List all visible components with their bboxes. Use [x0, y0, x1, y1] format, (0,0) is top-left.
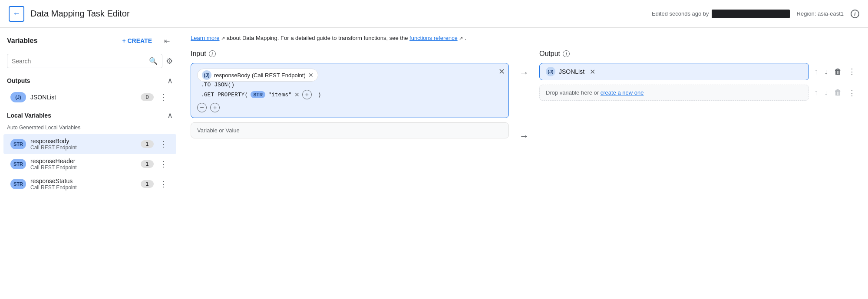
app-header: ← Data Mapping Task Editor Edited second…: [0, 0, 868, 28]
add-expression-button[interactable]: +: [210, 103, 220, 112]
delete-output-button[interactable]: 🗑: [832, 66, 844, 78]
create-button[interactable]: + CREATE: [119, 36, 155, 46]
expr-bottom-buttons: − +: [197, 103, 502, 112]
var-info-responsebody: responseBody Call REST Endpoint: [30, 138, 136, 151]
expr-chip-responsebody[interactable]: (J) responseBody (Call REST Endpoint) ✕: [197, 69, 318, 82]
info-icon[interactable]: i: [851, 10, 859, 18]
var-type-badge-j: (J): [10, 92, 26, 102]
var-source-responseheader: Call REST Endpoint: [30, 164, 136, 171]
chip-type-badge: (J): [202, 70, 211, 80]
drop-zone[interactable]: Drop variable here or create a new one: [539, 85, 809, 101]
var-type-badge-str-0: STR: [10, 139, 26, 149]
output-col-header: Output i: [539, 50, 858, 58]
drop-more-button[interactable]: ⋮: [846, 86, 858, 99]
var-count-responsestatus: 1: [141, 180, 154, 188]
more-menu-responsebody[interactable]: ⋮: [158, 138, 169, 150]
local-variables-section-title: Local Variables: [7, 112, 51, 119]
var-info-responsestatus: responseStatus Call REST Endpoint: [30, 177, 136, 191]
drop-zone-text: Drop variable here or: [546, 89, 601, 96]
info-end-text: .: [465, 35, 466, 41]
output-info-icon[interactable]: i: [563, 50, 570, 57]
output-type-badge: (J): [546, 67, 555, 76]
drop-move-down-button[interactable]: ↓: [822, 86, 830, 99]
var-name-jsonlist: JSONList: [30, 94, 136, 101]
var-name-responseheader: responseHeader: [30, 158, 136, 164]
move-up-button[interactable]: ↑: [812, 66, 820, 78]
output-actions-2: ↑ ↓ 🗑 ⋮: [812, 86, 858, 99]
main-layout: Variables + CREATE ⇤ 🔍 ⚙ Outputs ∧ (J) J…: [0, 28, 868, 299]
header-right: Edited seconds ago by Region: asia-east1…: [652, 10, 859, 18]
input-col-header: Input i: [191, 50, 509, 58]
arrow-col: → →: [519, 50, 529, 142]
add-property-button[interactable]: +: [302, 90, 312, 99]
output-chip-close-icon[interactable]: ✕: [590, 68, 595, 76]
var-name-responsebody: responseBody: [30, 138, 136, 145]
more-menu-responsestatus[interactable]: ⋮: [158, 178, 169, 190]
output-chip-jsonlist: (J) JSONList ✕: [539, 63, 809, 80]
sidebar: Variables + CREATE ⇤ 🔍 ⚙ Outputs ∧ (J) J…: [0, 28, 180, 299]
page-title: Data Mapping Task Editor: [30, 9, 130, 19]
quoted-value: "items": [268, 92, 292, 98]
more-menu-responseheader[interactable]: ⋮: [158, 158, 169, 170]
edited-text: Edited seconds ago by: [652, 10, 709, 17]
search-container: 🔍 ⚙: [0, 50, 180, 72]
var-info-responseheader: responseHeader Call REST Endpoint: [30, 158, 136, 171]
search-input[interactable]: [12, 58, 149, 65]
output-col: Output i (J) JSONList ✕ ↑ ↓ 🗑 ⋮: [539, 50, 858, 105]
input-col: Input i ✕ (J) responseBody (Call REST En…: [191, 50, 509, 138]
input-info-icon[interactable]: i: [209, 50, 216, 57]
output-row-1: (J) JSONList ✕ ↑ ↓ 🗑 ⋮: [539, 63, 858, 80]
var-item-responsestatus[interactable]: STR responseStatus Call REST Endpoint 1 …: [3, 174, 176, 194]
info-mid-text: about Data Mapping. For a detailed guide…: [227, 35, 409, 41]
expr-row-2: .GET_PROPERTY( STR "items" ✕ + ): [197, 90, 502, 99]
sidebar-actions: + CREATE ⇤: [119, 35, 173, 47]
items-chip-close[interactable]: ✕: [294, 92, 300, 98]
user-redacted: [712, 10, 790, 18]
output-label: Output: [539, 50, 560, 58]
drop-move-up-button[interactable]: ↑: [812, 86, 820, 99]
output-row-2: Drop variable here or create a new one ↑…: [539, 85, 858, 101]
expr-row-1: (J) responseBody (Call REST Endpoint) ✕: [197, 69, 502, 82]
output-more-button[interactable]: ⋮: [846, 65, 858, 78]
expression-box: ✕ (J) responseBody (Call REST Endpoint) …: [191, 63, 509, 118]
header-left: ← Data Mapping Task Editor: [9, 6, 130, 22]
var-item-jsonlist[interactable]: (J) JSONList 0 ⋮: [3, 88, 176, 106]
outputs-section-header: Outputs ∧: [0, 72, 180, 88]
var-name-responsestatus: responseStatus: [30, 177, 136, 184]
local-variables-collapse-icon[interactable]: ∧: [167, 111, 173, 120]
drop-delete-button[interactable]: 🗑: [832, 86, 844, 99]
var-info-jsonlist: JSONList: [30, 94, 136, 101]
filter-icon[interactable]: ⚙: [166, 56, 173, 66]
var-value-input[interactable]: Variable or Value: [191, 122, 509, 138]
expr-method-tojson: .TO_JSON(): [197, 82, 502, 88]
remove-expression-button[interactable]: −: [197, 103, 207, 112]
chip-label: responseBody (Call REST Endpoint): [214, 72, 306, 79]
arrow-right-1: →: [519, 67, 529, 79]
search-input-wrap: 🔍: [7, 54, 162, 68]
region-info: Region: asia-east1: [797, 10, 844, 17]
local-variables-section-header: Local Variables ∧: [0, 106, 180, 123]
var-item-responsebody[interactable]: STR responseBody Call REST Endpoint 1 ⋮: [3, 134, 176, 154]
var-count-jsonlist: 0: [141, 93, 154, 101]
info-banner: Learn more ↗ about Data Mapping. For a d…: [191, 35, 858, 41]
auto-generated-label: Auto Generated Local Variables: [0, 123, 180, 134]
back-button[interactable]: ←: [9, 6, 24, 22]
functions-reference-link[interactable]: functions reference: [409, 35, 458, 41]
move-down-button[interactable]: ↓: [822, 66, 830, 78]
output-actions-1: ↑ ↓ 🗑 ⋮: [812, 65, 858, 78]
create-new-var-link[interactable]: create a new one: [601, 89, 644, 96]
outputs-collapse-icon[interactable]: ∧: [167, 76, 173, 85]
collapse-sidebar-icon[interactable]: ⇤: [161, 35, 173, 47]
close-paren: ): [314, 92, 321, 98]
learn-more-link[interactable]: Learn more: [191, 35, 219, 41]
str-type-badge: STR: [251, 91, 265, 98]
expression-close-icon[interactable]: ✕: [498, 67, 505, 76]
sidebar-header: Variables + CREATE ⇤: [0, 28, 180, 50]
more-menu-jsonlist[interactable]: ⋮: [158, 92, 169, 103]
var-item-responseheader[interactable]: STR responseHeader Call REST Endpoint 1 …: [3, 154, 176, 174]
content-area: Learn more ↗ about Data Mapping. For a d…: [180, 28, 868, 299]
chip-close-icon[interactable]: ✕: [308, 72, 314, 78]
outputs-section-title: Outputs: [7, 77, 30, 84]
search-icon[interactable]: 🔍: [149, 57, 158, 65]
var-type-badge-str-2: STR: [10, 179, 26, 189]
